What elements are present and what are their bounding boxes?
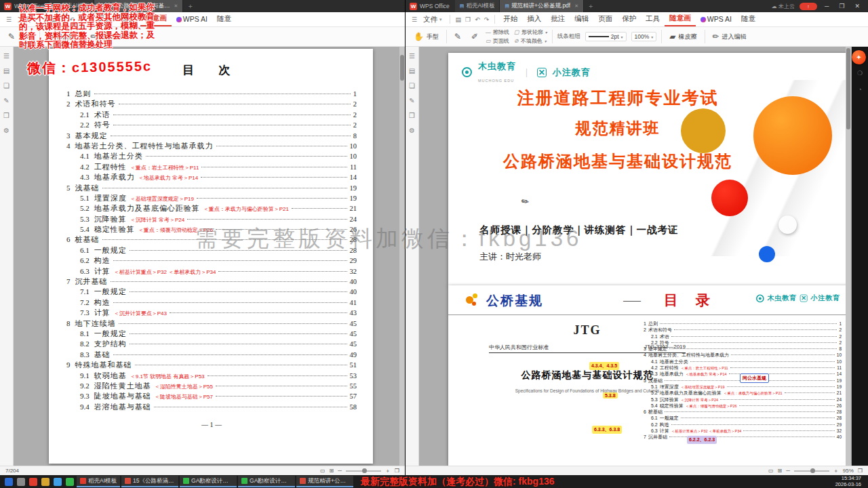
zoom-knob[interactable] — [810, 468, 815, 473]
taskbar-window-button[interactable]: 规范精讲+公桥基规… — [296, 476, 353, 487]
toc-row[interactable]: 4.1地基岩土分类10 — [66, 151, 357, 161]
wps-app-icon[interactable] — [29, 478, 37, 486]
toc-row[interactable]: 1总则1 — [66, 89, 357, 99]
zoom-in-icon[interactable]: ＋ — [385, 467, 391, 474]
toc-row[interactable]: 7.1一般规定40 — [66, 287, 357, 297]
outline-icon[interactable]: ☰ — [3, 52, 9, 60]
ribbon-tab-4[interactable]: 页面 — [593, 14, 617, 26]
maximize-button[interactable]: ❐ — [836, 3, 847, 9]
ribbon-tab-3[interactable]: WPS AI — [172, 14, 212, 25]
zoom-knob[interactable] — [362, 468, 367, 473]
single-page-view-icon[interactable]: ▭ — [768, 468, 774, 474]
toc-row[interactable]: 7沉井基础40 — [66, 277, 357, 287]
zoom-out-icon[interactable]: ─ — [338, 468, 342, 474]
toc-row[interactable]: 3基本规定8 — [644, 346, 842, 352]
cloud-status[interactable]: ☁ 未上云 — [772, 3, 795, 10]
annotate-icon[interactable]: ✎ — [3, 97, 9, 104]
ribbon-tab-0[interactable]: 工具 — [93, 14, 117, 26]
single-page-view-icon[interactable]: ▭ — [320, 468, 326, 474]
scrollbar-thumb[interactable] — [846, 48, 850, 129]
ribbon-tab-1[interactable]: 保护 — [117, 14, 140, 26]
new-tab-button[interactable]: ＋ — [587, 1, 594, 11]
toc-row[interactable]: 6.1一般规定28 — [66, 245, 357, 256]
minimize-button[interactable]: ─ — [822, 3, 831, 9]
bookmark-icon[interactable]: ❒ — [409, 112, 415, 119]
two-page-view-icon[interactable]: ⊞ — [777, 468, 782, 474]
cloud-upload-button[interactable]: ↑ — [800, 3, 817, 10]
ribbon-tab-1[interactable]: 插入 — [522, 14, 546, 26]
close-button[interactable]: ✕ — [852, 3, 863, 9]
toc-row[interactable]: 6.3计算＜桩基计算重点＞P32 ＜单桩承载力＞P3432 — [644, 428, 842, 434]
close-tab-icon[interactable]: ✕ — [174, 3, 178, 9]
outline-icon[interactable]: ☰ — [409, 52, 415, 60]
enter-edit-button[interactable]: ✏ 进入编辑 — [710, 30, 749, 43]
no-fill-dropdown[interactable]: ⊘不填颜色▾ — [514, 37, 547, 45]
toc-row[interactable]: 6.3计算＜桩基计算重点＞P32 ＜单桩承载力＞P3432 — [66, 266, 357, 277]
close-tab-icon[interactable]: ✕ — [574, 3, 578, 9]
print-icon[interactable]: ❐ — [58, 16, 67, 23]
hamburger-menu-icon[interactable]: ☰ — [410, 16, 419, 23]
redo-icon[interactable]: ↷ — [77, 16, 86, 23]
file-menu[interactable]: 文件 ▾ — [14, 15, 41, 24]
toc-row[interactable]: 4.2工程特性＜重点：岩土工程特性＞P1111 — [66, 162, 357, 172]
zoom-slider[interactable] — [346, 470, 381, 472]
undo-icon[interactable]: ↶ — [67, 16, 77, 23]
toc-row[interactable]: 7沉井基础40 — [644, 434, 842, 440]
toc-row[interactable]: 6桩基础28 — [644, 409, 842, 415]
redo-icon[interactable]: ↷ — [482, 16, 492, 23]
toc-row[interactable]: 6.2构造29 — [66, 256, 357, 266]
file-menu[interactable]: 文件 ▾ — [419, 15, 446, 24]
start-button[interactable] — [5, 478, 13, 486]
ribbon-tab-5[interactable]: 保护 — [617, 14, 641, 26]
print-icon[interactable]: ❐ — [463, 16, 473, 23]
search-icon[interactable] — [17, 478, 25, 486]
toc-row[interactable]: 5.3沉降验算＜沉降计算 常考＞P2424 — [644, 396, 842, 403]
panel-clock-icon[interactable]: ◔ — [858, 86, 861, 93]
two-page-view-icon[interactable]: ⊞ — [329, 468, 334, 474]
document-tab[interactable]: ▤稻壳AI模板 — [50, 0, 95, 12]
toc-row[interactable]: 5浅基础19 — [66, 183, 357, 193]
comment-icon[interactable]: ❏ — [409, 82, 415, 89]
toc-row[interactable]: 2.1术语2 — [66, 110, 357, 120]
ribbon-tab-3[interactable]: 编辑 — [570, 14, 593, 26]
erase-line-option[interactable]: —擦除线 — [486, 28, 509, 36]
toc-row[interactable]: 2.2符号2 — [644, 340, 842, 346]
toc-row[interactable]: 5.2地基承载力及基底偏心距验算＜重点：承载力与偏心距验算＞P2121 — [66, 203, 357, 214]
save-icon[interactable]: ▤ — [48, 16, 58, 23]
fullscreen-icon[interactable]: ❒ — [395, 468, 399, 474]
toc-row[interactable]: 6.2构造29 — [644, 422, 842, 428]
toc-row[interactable]: 4.2工程特性＜重点：岩土工程特性＞P1111 — [644, 365, 842, 371]
folder-icon[interactable] — [41, 478, 50, 486]
toc-row[interactable]: 6.1一般规定28 — [644, 415, 842, 421]
toc-row[interactable]: 9.3陡坡地基与基础＜陡坡地基与基础＞P5757 — [66, 391, 357, 401]
comment-icon[interactable]: ❏ — [3, 82, 9, 89]
scrollbar-thumb[interactable] — [400, 55, 404, 81]
freehand-pen-button[interactable]: ✎ — [452, 30, 464, 43]
toc-row[interactable]: 2术语和符号2 — [644, 327, 842, 333]
page-line-option[interactable]: ▭页面线 — [486, 37, 509, 45]
toc-row[interactable]: 8.3基础49 — [66, 350, 357, 360]
taskbar-window-button[interactable]: 15《公路桥涵地基与基… — [121, 476, 178, 487]
thumbnail-icon[interactable]: ▤ — [3, 67, 9, 75]
ribbon-tab-6[interactable]: 工具 — [641, 14, 665, 26]
document-tab[interactable]: ▤稻壳AI模板 — [455, 0, 500, 12]
browser-icon[interactable] — [54, 478, 62, 486]
undo-icon[interactable]: ↶ — [473, 16, 482, 23]
taskbar-window-button[interactable]: 稻壳AI模板 — [77, 476, 120, 487]
ribbon-tab-0[interactable]: 开始 — [498, 14, 522, 26]
zoom-in-icon[interactable]: ＋ — [833, 467, 839, 474]
panel-search-icon[interactable]: ❍ — [857, 70, 863, 77]
toc-row[interactable]: 4地基岩土分类、工程特性与地基承载力10 — [66, 141, 357, 151]
thumbnail-icon[interactable]: ▤ — [409, 67, 415, 75]
promo-fab-button[interactable]: ✦ — [852, 50, 866, 64]
fullscreen-icon[interactable]: ❒ — [858, 468, 863, 474]
toc-row[interactable]: 9.2湿陷性黄土地基＜湿陷性黄土地基＞P5555 — [66, 381, 357, 391]
enter-edit-button[interactable]: ✏ 进入编辑 — [87, 30, 127, 43]
taskbar-window-button[interactable]: GA勘察设计注册考… — [180, 476, 237, 487]
taskbar-window-button[interactable]: GA勘察设计注册考… — [238, 476, 295, 487]
eraser-button[interactable]: ▰ 橡皮擦 — [667, 30, 699, 43]
bookmark-icon[interactable]: ❒ — [3, 112, 9, 119]
toc-row[interactable]: 5.3沉降验算＜沉降计算 常考＞P2424 — [66, 214, 357, 224]
toc-row[interactable]: 7.3计算＜沉井计算要点＞P4343 — [66, 308, 357, 318]
taskbar-clock[interactable]: 15:34:37 2026-03-16 — [835, 476, 865, 487]
